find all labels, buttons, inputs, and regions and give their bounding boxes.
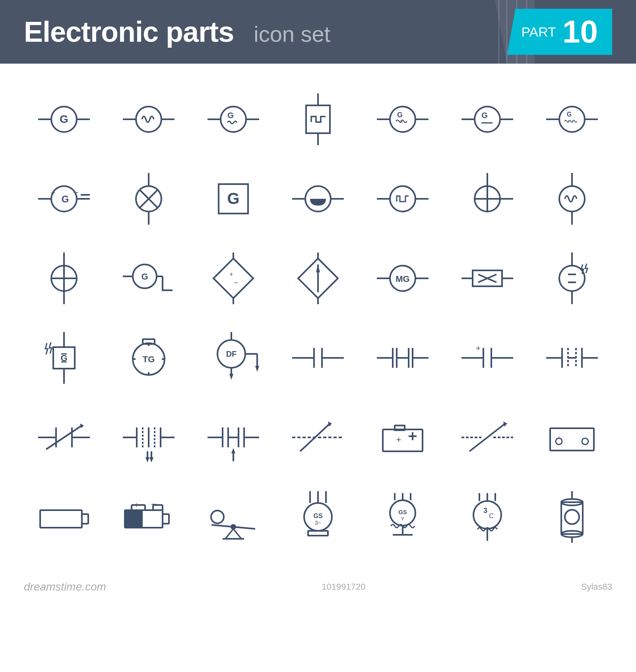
svg-marker-69: [213, 258, 253, 298]
svg-point-49: [390, 186, 415, 212]
part-label: PART: [521, 24, 556, 40]
icon-potentiometer-dashed: [447, 402, 527, 473]
svg-marker-193: [225, 529, 241, 539]
svg-rect-180: [40, 510, 82, 528]
svg-text:−: −: [74, 187, 79, 197]
svg-text:GS: GS: [398, 509, 407, 515]
svg-marker-174: [503, 421, 507, 427]
svg-point-9: [136, 107, 161, 132]
icon-balance-beam: [193, 481, 274, 553]
svg-text:−: −: [234, 279, 238, 287]
svg-point-178: [556, 438, 562, 445]
svg-rect-167: [395, 425, 405, 430]
svg-marker-165: [328, 421, 332, 427]
svg-rect-204: [308, 531, 328, 536]
icon-diode-variable: [24, 402, 105, 473]
page-header: Electronic parts icon set PART 10: [0, 0, 636, 64]
svg-marker-142: [80, 423, 84, 428]
svg-text:+: +: [396, 435, 401, 445]
svg-rect-166: [383, 429, 423, 451]
svg-marker-151: [145, 457, 149, 462]
svg-marker-162: [231, 448, 235, 453]
svg-marker-76: [316, 264, 320, 272]
icon-generator-lightning: G: [24, 322, 105, 394]
svg-text:G: G: [62, 194, 69, 204]
icon-ac-source: [109, 84, 189, 155]
footer-author: Sylas83: [581, 582, 612, 592]
header-title: Electronic parts: [24, 16, 234, 48]
svg-marker-110: [229, 374, 233, 380]
icon-battery-terminals: + −: [531, 402, 612, 473]
icon-capacitor-single: [278, 322, 359, 394]
svg-text:+: +: [229, 271, 233, 278]
svg-rect-184: [126, 511, 142, 526]
svg-text:G: G: [227, 190, 240, 207]
icon-battery-charging: + −: [109, 481, 189, 553]
icon-grid: G G: [24, 80, 612, 557]
svg-point-213: [473, 501, 501, 529]
icon-motor-gs-transformer: GS Y: [362, 481, 443, 553]
svg-point-196: [231, 525, 235, 529]
icon-cross-source: [447, 163, 527, 235]
icon-filter-df: DF: [193, 322, 274, 394]
icon-grid-container: G G: [0, 64, 636, 573]
svg-text:G: G: [481, 111, 488, 120]
icon-capacitor-dots: [531, 322, 612, 394]
icon-generator-g: G: [24, 84, 105, 155]
icon-generator-square: G: [193, 163, 274, 235]
icon-dc-generator: G + −: [24, 163, 105, 235]
icon-generator-g-wave2: G: [362, 84, 443, 155]
icon-capacitor-arrows-up: [193, 402, 274, 473]
icon-capacitor-light: [531, 243, 612, 314]
icon-sine-source: [531, 163, 612, 235]
footer-watermark: dreamstime.com: [24, 581, 106, 593]
svg-rect-100: [143, 339, 155, 344]
svg-text:GS: GS: [313, 513, 322, 519]
svg-text:C: C: [489, 513, 494, 519]
icon-filter-x: [447, 243, 527, 314]
svg-text:G: G: [142, 272, 148, 282]
svg-point-179: [582, 438, 588, 445]
icon-cross-circle-v: [24, 243, 105, 314]
svg-point-197: [211, 511, 224, 523]
icon-diamond-arrow: [278, 243, 359, 314]
icon-capacitor-dashed: [109, 402, 189, 473]
part-badge: PART 10: [507, 9, 612, 55]
svg-text:G: G: [227, 111, 234, 120]
footer-id: 101991720: [322, 582, 365, 592]
part-number: 10: [562, 14, 598, 50]
icon-battery-plus: +: [362, 402, 443, 473]
header-subtitle: icon set: [254, 21, 330, 47]
svg-text:+: +: [476, 344, 481, 353]
svg-text:G: G: [566, 111, 571, 118]
icon-generator-g-ac: G: [193, 84, 274, 155]
icon-motor-3c: 3 C: [447, 481, 527, 553]
icon-motor-generator-mg: MG: [362, 243, 443, 314]
icon-motor-gs3: GS 3~: [278, 481, 359, 553]
icon-capacitor-polarized: +: [447, 322, 527, 394]
svg-text:G: G: [397, 111, 403, 119]
svg-text:TG: TG: [143, 354, 155, 364]
svg-text:MG: MG: [396, 274, 409, 284]
svg-rect-181: [82, 514, 88, 524]
icon-generator-g-flat: G: [447, 84, 527, 155]
svg-rect-16: [306, 105, 330, 133]
icon-potentiometer: [278, 402, 359, 473]
footer: dreamstime.com 101991720 Sylas83: [0, 573, 636, 605]
svg-text:G: G: [60, 113, 69, 125]
icon-pulse-source: [362, 163, 443, 235]
icon-generator-g-wave3: G: [531, 84, 612, 155]
icon-motor-crossed: [109, 163, 189, 235]
icon-timer-tg: TG: [109, 322, 189, 394]
svg-text:3: 3: [483, 507, 487, 515]
icon-generator-step: G: [109, 243, 189, 314]
icon-motor-cylinder: [531, 481, 612, 553]
svg-text:3~: 3~: [315, 520, 321, 526]
svg-rect-183: [163, 514, 169, 524]
svg-point-28: [559, 107, 585, 132]
svg-text:Y: Y: [401, 516, 404, 522]
icon-square-wave-source: [278, 84, 359, 155]
svg-point-19: [390, 107, 415, 132]
icon-capacitor-double: [362, 322, 443, 394]
svg-text:+: +: [51, 189, 56, 197]
